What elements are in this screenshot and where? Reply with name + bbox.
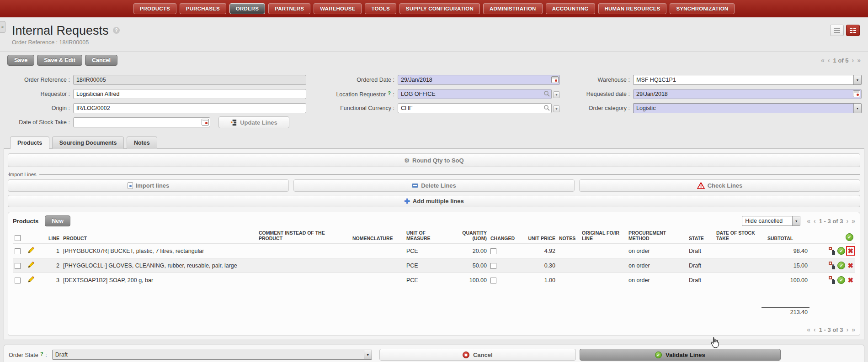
split-line-icon[interactable]: ▼ <box>829 276 835 284</box>
pager-next-icon[interactable]: › <box>847 326 849 333</box>
pager-last-icon[interactable]: » <box>852 217 855 225</box>
validate-line-icon[interactable]: ✓ <box>837 247 845 255</box>
validate-line-icon[interactable]: ✓ <box>837 276 845 284</box>
pager-next-icon[interactable]: › <box>847 217 849 225</box>
order-state-select[interactable]: Draft ▼ <box>52 350 372 360</box>
row-checkbox[interactable] <box>15 278 21 283</box>
search-icon[interactable] <box>543 105 550 113</box>
cancelled-filter-select[interactable]: Hide cancelled ▼ <box>742 216 800 226</box>
location-requestor-label: Location Requestor ? : <box>306 90 398 98</box>
pager-first-icon[interactable]: « <box>807 217 810 225</box>
order-state-value: Draft <box>53 352 364 358</box>
delete-line-icon[interactable]: ✖ <box>847 247 853 254</box>
pager-last-icon[interactable]: » <box>852 326 855 333</box>
pager-next-icon[interactable]: › <box>852 57 854 64</box>
menu-tools[interactable]: TOOLS <box>365 3 396 14</box>
ordered-date-field[interactable] <box>398 75 560 85</box>
add-multiple-lines-label: Add multiple lines <box>413 198 464 205</box>
title-help-icon[interactable]: ? <box>113 27 120 34</box>
delete-lines-button[interactable]: Delete Lines <box>293 179 575 192</box>
col-unit-price: UNIT PRICE <box>522 229 557 244</box>
menu-synchronization[interactable]: SYNCHRONIZATION <box>670 3 735 14</box>
cancelled-filter-value: Hide cancelled <box>742 218 792 224</box>
col-product: PRODUCT <box>61 229 257 244</box>
location-requestor-field[interactable] <box>398 89 552 99</box>
menu-orders[interactable]: ORDERS <box>229 3 265 14</box>
pager-first-icon[interactable]: « <box>821 57 825 64</box>
functional-currency-field[interactable] <box>398 103 552 113</box>
table-row[interactable]: 3 [DEXTSOAP1B2] SOAP, 200 g, bar PCE 100… <box>13 273 855 288</box>
origin-field[interactable] <box>73 103 306 113</box>
changed-checkbox[interactable] <box>490 278 496 283</box>
tab-sourcing-documents[interactable]: Sourcing Documents <box>52 136 124 149</box>
menu-partners[interactable]: PARTNERS <box>268 3 310 14</box>
product-cell: [DEXTSOAP1B2] SOAP, 200 g, bar <box>61 273 257 288</box>
update-lines-button[interactable]: Update Lines <box>218 116 289 128</box>
warning-icon <box>697 182 705 189</box>
order-category-select[interactable]: Logistic ▼ <box>633 103 862 113</box>
validate-lines-button[interactable]: ✓ Validate Lines <box>580 349 781 361</box>
menu-purchases[interactable]: PURCHASES <box>180 3 226 14</box>
delete-line-icon[interactable]: ✖ <box>847 262 853 269</box>
select-all-checkbox[interactable] <box>15 235 21 241</box>
location-requestor-dropdown-icon[interactable]: ▼ <box>553 91 560 98</box>
order-reference-field[interactable] <box>73 75 306 85</box>
table-row[interactable]: 2 [PHYGGLOC1L-] GLOVES, CLEANING, rubber… <box>13 258 855 273</box>
delete-line-icon[interactable]: ✖ <box>847 277 853 283</box>
warehouse-select[interactable]: MSF HQ1C1P1 ▼ <box>633 75 862 85</box>
tab-products[interactable]: Products <box>10 136 49 149</box>
calendar-icon[interactable] <box>551 76 559 83</box>
edit-pencil-icon[interactable] <box>27 276 35 283</box>
row-checkbox[interactable] <box>15 263 21 269</box>
table-row[interactable]: 1 [PHYGBUCK07R] BUCKET, plastic, 7 litre… <box>13 244 855 258</box>
split-line-icon[interactable]: ▼ <box>829 262 835 269</box>
new-line-button[interactable]: New <box>45 215 70 226</box>
location-requestor-help-icon[interactable]: ? <box>387 90 391 96</box>
pager-prev-icon[interactable]: ‹ <box>814 217 816 225</box>
validate-line-icon[interactable]: ✓ <box>837 262 845 269</box>
menu-supply-configuration[interactable]: SUPPLY CONFIGURATION <box>399 3 480 14</box>
pager-prev-icon[interactable]: ‹ <box>828 57 830 64</box>
check-lines-button[interactable]: Check Lines <box>579 179 860 192</box>
order-state-label: Order State ? : <box>9 351 50 358</box>
pager-last-icon[interactable]: » <box>857 57 861 64</box>
edit-pencil-icon[interactable] <box>27 247 35 254</box>
save-button[interactable]: Save <box>7 55 34 66</box>
menu-warehouse[interactable]: WAREHOUSE <box>314 3 362 14</box>
requested-date-field[interactable] <box>633 89 862 99</box>
order-state-help-icon[interactable]: ? <box>40 351 44 357</box>
list-view-toggle-icon[interactable] <box>830 25 844 36</box>
save-edit-button[interactable]: Save & Edit <box>37 55 82 66</box>
calendar-icon[interactable] <box>202 119 209 126</box>
requestor-field[interactable] <box>73 89 306 99</box>
changed-checkbox[interactable] <box>490 248 496 254</box>
cancel-button[interactable]: Cancel <box>85 55 117 66</box>
pager-first-icon[interactable]: « <box>807 326 810 333</box>
round-qty-to-soq-button[interactable]: ⚙ Round Qty to SoQ <box>8 153 860 167</box>
menu-administration[interactable]: ADMINISTRATION <box>483 3 543 14</box>
changed-checkbox[interactable] <box>490 263 496 269</box>
procurement-cell: on order <box>627 258 687 273</box>
update-lines-label: Update Lines <box>240 119 277 126</box>
date-of-stock-take-field[interactable] <box>73 117 210 127</box>
original-foir-cell <box>580 258 627 273</box>
col-nomenclature: NOMENCLATURE <box>351 229 405 244</box>
delete-lines-label: Delete Lines <box>421 182 456 189</box>
calendar-icon[interactable] <box>853 90 860 97</box>
menu-human-resources[interactable]: HUMAN RESOURCES <box>598 3 667 14</box>
form-view-toggle-icon[interactable] <box>846 25 860 36</box>
add-multiple-lines-button[interactable]: ✚ Add multiple lines <box>8 195 860 207</box>
menu-products[interactable]: PRODUCTS <box>133 3 176 14</box>
tab-notes[interactable]: Notes <box>127 136 157 149</box>
import-lines-button[interactable]: Import lines <box>8 179 289 192</box>
search-icon[interactable] <box>543 90 550 99</box>
split-line-icon[interactable]: ▼ <box>829 247 835 255</box>
row-checkbox[interactable] <box>15 248 21 254</box>
menu-accounting[interactable]: ACCOUNTING <box>546 3 595 14</box>
comment-cell <box>257 258 351 273</box>
workflow-cancel-button[interactable]: ✖ Cancel <box>379 349 576 361</box>
functional-currency-dropdown-icon[interactable]: ▼ <box>553 105 560 112</box>
edit-pencil-icon[interactable] <box>27 261 35 268</box>
validate-check-icon: ✓ <box>655 352 662 358</box>
pager-prev-icon[interactable]: ‹ <box>814 326 816 333</box>
